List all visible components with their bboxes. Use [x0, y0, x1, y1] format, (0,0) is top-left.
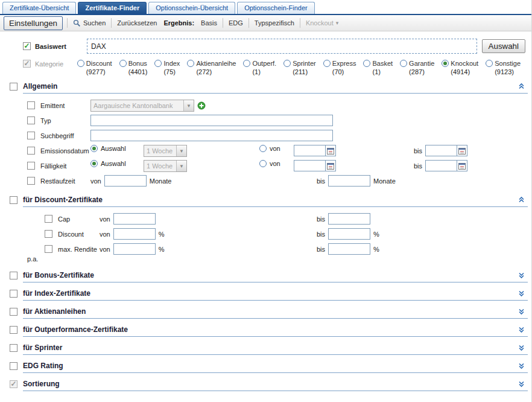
option-label: Express	[332, 60, 356, 67]
kategorie-radio-aktienanleihe[interactable]	[187, 60, 194, 67]
basiswert-dropzone[interactable]	[87, 39, 477, 54]
calendar-icon[interactable]	[457, 160, 467, 171]
discount-bis-input[interactable]	[328, 228, 370, 240]
basiswert-auswahl-button[interactable]: Auswahl	[482, 39, 525, 53]
kategorie-radio-bonus[interactable]	[119, 60, 127, 67]
cap-von-input[interactable]	[113, 213, 156, 225]
section-aktienanleihen-checkbox[interactable]	[10, 308, 17, 316]
kategorie-radio-sprinter[interactable]	[283, 60, 291, 67]
kategorie-option-bonus: Bonus (4401)	[119, 60, 148, 75]
kategorie-radio-discount[interactable]	[77, 60, 84, 67]
result-basis-button[interactable]: Basis	[200, 18, 218, 28]
von-label: von	[100, 231, 110, 238]
calendar-icon[interactable]	[325, 145, 336, 156]
expand-icon[interactable]	[518, 344, 525, 351]
discount-checkbox[interactable]	[45, 230, 52, 238]
faelligkeit-von-input[interactable]	[294, 160, 325, 171]
toolbar-separator	[249, 18, 249, 28]
auswahl-radio-label: Auswahl	[101, 160, 126, 167]
expand-icon[interactable]	[518, 362, 525, 369]
emissionsdatum-bis-input[interactable]	[425, 145, 457, 156]
section-title: Sortierung	[23, 380, 60, 388]
restlaufzeit-row: Restlaufzeit von Monate bis Monate	[6, 174, 528, 189]
section-discount-checkbox[interactable]	[10, 196, 17, 204]
restlaufzeit-checkbox[interactable]	[27, 177, 35, 185]
option-label: Sprinter	[293, 60, 316, 67]
calendar-icon[interactable]	[457, 145, 467, 156]
expand-icon[interactable]	[518, 272, 525, 279]
faelligkeit-auswahl-radio[interactable]	[90, 160, 98, 167]
result-edg-button[interactable]: EDG	[227, 18, 244, 28]
faelligkeit-checkbox[interactable]	[27, 162, 35, 170]
suchbegriff-input[interactable]	[90, 130, 333, 141]
calendar-icon[interactable]	[325, 160, 336, 171]
rendite-bis-input[interactable]	[328, 243, 370, 255]
section-allgemein-checkbox[interactable]	[10, 83, 17, 91]
typ-checkbox[interactable]	[27, 116, 35, 124]
basiswert-input[interactable]	[89, 40, 475, 53]
cap-bis-input[interactable]	[328, 213, 370, 225]
restlaufzeit-bis-input[interactable]	[328, 175, 370, 187]
expand-icon[interactable]	[518, 326, 525, 333]
expand-icon[interactable]	[518, 308, 525, 315]
basiswert-checkbox[interactable]	[23, 42, 31, 50]
tab-optionsschein-uebersicht[interactable]: Optionsschein-Übersicht	[148, 2, 235, 14]
emissionsdatum-checkbox[interactable]	[27, 147, 35, 155]
tab-optionsschein-finder[interactable]: Optionsschein-Finder	[237, 2, 315, 14]
percent-label: %	[373, 246, 379, 253]
rendite-von-input[interactable]	[113, 243, 156, 255]
suchbegriff-checkbox[interactable]	[27, 132, 35, 139]
discount-von-input[interactable]	[113, 228, 156, 240]
percent-label: %	[159, 231, 165, 238]
tab-zertifikate-uebersicht[interactable]: Zertifikate-Übersicht	[2, 2, 76, 14]
monate-label: Monate	[373, 177, 396, 185]
section-bonus-checkbox[interactable]	[10, 272, 17, 279]
section-sprinter-checkbox[interactable]	[10, 344, 17, 352]
section-edg-rating-checkbox[interactable]	[10, 362, 17, 370]
tab-bar: Zertifikate-Übersicht Zertifikate-Finder…	[0, 0, 531, 15]
kategorie-radio-garantie[interactable]	[400, 60, 407, 67]
faelligkeit-bis-input[interactable]	[425, 160, 457, 171]
tab-zertifikate-finder[interactable]: Zertifikate-Finder	[78, 2, 147, 14]
search-icon	[73, 19, 81, 27]
cap-checkbox[interactable]	[45, 215, 52, 223]
expand-icon[interactable]	[518, 380, 525, 388]
rendite-checkbox[interactable]	[45, 245, 52, 253]
add-icon[interactable]	[197, 101, 206, 110]
kategorie-radio-index[interactable]	[154, 60, 162, 67]
search-button[interactable]: Suchen	[72, 18, 107, 28]
kategorie-radio-knockout[interactable]	[442, 60, 449, 67]
emissionsdatum-auswahl-radio[interactable]	[90, 145, 98, 152]
kategorie-radio-sonstige[interactable]	[486, 60, 493, 67]
emissionsdatum-period-select: 1 Woche ▼	[144, 145, 187, 157]
emissionsdatum-von-radio[interactable]	[259, 145, 267, 152]
section-index-checkbox[interactable]	[10, 290, 17, 298]
auswahl-radio-label: Auswahl	[101, 145, 126, 152]
result-typspezifisch-button[interactable]: Typspezifisch	[253, 18, 296, 28]
faelligkeit-von-radio[interactable]	[259, 160, 267, 167]
emissionsdatum-von-input[interactable]	[294, 145, 325, 156]
restlaufzeit-von-input[interactable]	[104, 175, 147, 187]
bis-label: bis	[414, 147, 422, 155]
knockout-dropdown-label: Knockout	[306, 19, 334, 27]
kategorie-row: Kategorie Discount (9277) Bonus (4401) I…	[23, 60, 528, 75]
typ-input[interactable]	[90, 115, 333, 126]
expand-icon[interactable]	[518, 290, 525, 297]
settings-button[interactable]: Einstellungen	[4, 16, 63, 30]
collapse-icon[interactable]	[518, 83, 525, 90]
collapse-icon[interactable]	[518, 196, 525, 203]
chevron-down-icon: ▾	[336, 20, 339, 26]
rendite-label-pa: p.a.	[27, 255, 38, 263]
kategorie-option-knockout: Knockout (4914)	[442, 60, 478, 75]
kategorie-radio-basket[interactable]	[363, 60, 370, 67]
bis-label: bis	[317, 246, 325, 253]
reset-button[interactable]: Zurücksetzen	[116, 18, 158, 28]
option-count: (272)	[196, 67, 236, 75]
section-outperformance-checkbox[interactable]	[10, 326, 17, 334]
option-label: Index	[163, 60, 180, 67]
emittent-checkbox[interactable]	[27, 101, 35, 109]
kategorie-radio-outperf[interactable]	[243, 60, 250, 67]
option-count: (1)	[252, 67, 276, 75]
kategorie-option-aktienanleihe: Aktienanleihe (272)	[187, 60, 236, 75]
kategorie-radio-express[interactable]	[323, 60, 331, 67]
